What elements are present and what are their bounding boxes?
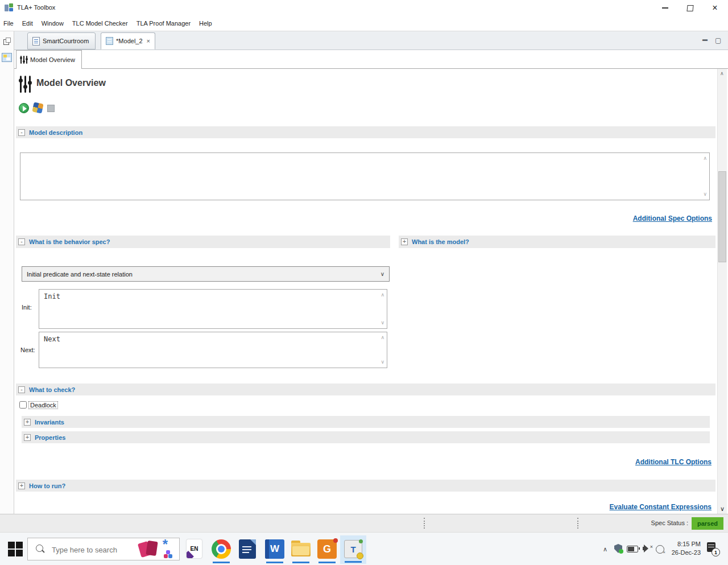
section-behavior-spec[interactable]: - What is the behavior spec? [16, 236, 390, 248]
scrollbar-down-icon[interactable]: ∨ [720, 506, 725, 512]
debug-run-icon[interactable] [32, 102, 43, 113]
language-ribbon-icon [187, 551, 194, 558]
scrollbar-thumb[interactable] [718, 171, 726, 262]
init-input[interactable]: Init [39, 290, 387, 328]
section-properties[interactable]: + Properties [22, 431, 710, 443]
close-icon: × [712, 3, 717, 13]
running-indicator [266, 562, 283, 563]
collapse-icon[interactable]: - [18, 238, 25, 245]
init-label: Init: [22, 304, 32, 311]
scroll-down-icon[interactable]: ∨ [703, 192, 707, 197]
scrollbar-up-icon[interactable]: ∧ [720, 71, 724, 76]
window-title: TLA+ Toolbox [17, 4, 55, 11]
menu-help[interactable]: Help [199, 20, 212, 27]
menu-tlc-model-checker[interactable]: TLC Model Checker [72, 20, 128, 27]
expand-icon[interactable]: + [24, 419, 31, 426]
section-what-is-model-label: What is the model? [412, 238, 469, 245]
menu-window[interactable]: Window [42, 20, 64, 27]
deadlock-checkbox[interactable] [19, 401, 27, 409]
section-model-description-label: Model description [29, 129, 82, 136]
init-field-wrap: Init ∧ ∨ [39, 289, 387, 329]
behavior-spec-dropdown[interactable]: Initial predicate and next-state relatio… [22, 266, 390, 282]
deadlock-checkbox-row: Deadlock [19, 401, 57, 409]
tab-smartcourtroom[interactable]: SmartCourtroom [27, 32, 96, 50]
minimize-button[interactable] [655, 1, 675, 15]
language-indicator[interactable]: EN [187, 539, 202, 558]
restore-icon [686, 5, 693, 11]
section-model-description[interactable]: - Model description [16, 126, 715, 138]
close-button[interactable]: × [705, 1, 725, 15]
network-icon[interactable]: × [656, 545, 664, 554]
evaluate-constant-expressions-link[interactable]: Evaluate Constant Expressions [610, 503, 712, 511]
collapse-icon[interactable]: - [18, 129, 25, 136]
section-invariants[interactable]: + Invariants [22, 416, 710, 428]
spec-explorer-view-icon[interactable] [2, 53, 12, 62]
tab-model-2[interactable]: *Model_2 × [101, 32, 155, 50]
expand-icon[interactable]: + [24, 434, 31, 441]
next-input[interactable]: Next [39, 332, 387, 368]
scroll-down-icon[interactable]: ∨ [380, 320, 384, 325]
run-tlc-button[interactable] [19, 103, 29, 113]
statusbar-sash-handle[interactable] [424, 518, 425, 529]
section-what-is-model[interactable]: + What is the model? [399, 236, 715, 248]
scroll-down-icon[interactable]: ∨ [380, 360, 384, 365]
people-dot-icon [164, 554, 168, 558]
running-indicator [292, 562, 309, 563]
green-dot-icon [359, 539, 363, 543]
maximize-view-icon[interactable]: ▢ [715, 36, 721, 44]
expand-icon[interactable]: + [18, 482, 25, 489]
app-icon [5, 3, 14, 13]
additional-tlc-options-link[interactable]: Additional TLC Options [635, 458, 712, 466]
scroll-up-icon[interactable]: ∧ [380, 335, 384, 340]
deadlock-label[interactable]: Deadlock [29, 402, 57, 409]
menu-edit[interactable]: Edit [22, 20, 33, 27]
title-bar: TLA+ Toolbox × [0, 0, 728, 16]
editor-divider [14, 68, 728, 69]
search-highlights-icon[interactable]: * [138, 540, 176, 559]
menu-tla-proof-manager[interactable]: TLA Proof Manager [136, 20, 191, 27]
language-label: EN [191, 546, 198, 552]
play-icon [23, 106, 27, 112]
scroll-up-icon[interactable]: ∧ [703, 156, 707, 161]
g-app-icon[interactable]: G [317, 539, 337, 559]
tray-chevron-icon[interactable]: ∧ [603, 546, 607, 553]
battery-icon[interactable] [627, 546, 638, 552]
vertical-scrollbar[interactable]: ∧ ∨ [717, 69, 727, 514]
spec-status-badge: parsed [692, 517, 723, 530]
scroll-up-icon[interactable]: ∧ [380, 292, 384, 298]
additional-spec-options-link[interactable]: Additional Spec Options [633, 215, 712, 222]
section-properties-label: Properties [35, 434, 65, 441]
section-how-to-run-label: How to run? [29, 482, 65, 489]
word-app-icon[interactable]: W [265, 539, 284, 559]
notification-badge: 1 [712, 548, 720, 556]
volume-muted-icon[interactable]: × [643, 545, 653, 552]
statusbar-sash-handle[interactable] [577, 518, 578, 529]
word-letter: W [270, 543, 279, 555]
key-dot-icon [357, 552, 363, 559]
restore-button[interactable] [680, 1, 700, 15]
tab-model-overview[interactable]: Model Overview [16, 50, 82, 69]
restore-view-icon[interactable] [3, 38, 10, 44]
section-what-to-check[interactable]: - What to check? [16, 383, 715, 395]
taskbar-search[interactable]: * [27, 538, 180, 560]
tab-close-icon[interactable]: × [147, 38, 150, 44]
chevron-down-icon: ∨ [380, 271, 384, 277]
file-explorer-icon[interactable] [291, 539, 311, 559]
tla-toolbox-taskbar-icon[interactable]: T [340, 535, 366, 564]
menu-file[interactable]: File [3, 20, 14, 27]
search-input[interactable] [51, 538, 138, 561]
model-overview-page: Model Overview - Model description ∧ ∨ A… [14, 69, 728, 514]
minimize-view-icon[interactable]: ▬ [702, 36, 708, 42]
start-button[interactable] [8, 542, 23, 556]
chrome-icon[interactable] [212, 539, 231, 559]
tray-clock[interactable]: 8:15 PM 26-Dec-23 [665, 540, 701, 557]
search-icon [36, 545, 43, 552]
section-how-to-run[interactable]: + How to run? [16, 480, 715, 492]
model-description-input[interactable] [20, 153, 709, 200]
model-description-field-wrap: ∧ ∨ [20, 152, 710, 200]
blue-office-app-icon[interactable] [239, 539, 256, 559]
collapse-icon[interactable]: - [18, 386, 25, 393]
people-dot-icon [166, 550, 170, 554]
expand-icon[interactable]: + [401, 238, 408, 245]
people-dot-icon [168, 554, 172, 558]
